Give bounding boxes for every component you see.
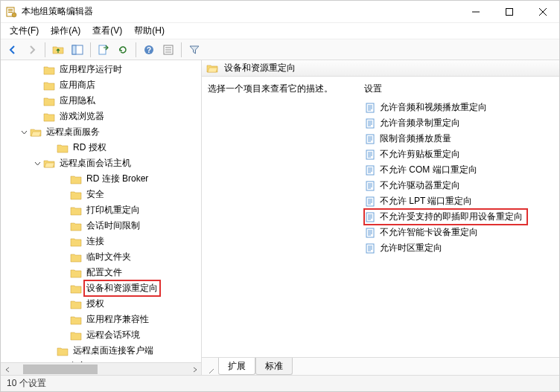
maximize-button[interactable] xyxy=(492,1,526,22)
up-button[interactable] xyxy=(49,41,67,59)
setting-label: 不允许 LPT 端口重定向 xyxy=(380,195,472,208)
menu-view[interactable]: 查看(V) xyxy=(86,23,128,39)
showhide-tree-button[interactable] xyxy=(69,41,86,59)
folder-icon xyxy=(57,346,69,356)
folder-icon xyxy=(70,205,82,216)
expander-placeholder xyxy=(59,268,69,278)
tree-node[interactable]: 设备和资源重定向 xyxy=(1,280,201,296)
setting-item[interactable]: 允许音频录制重定向 xyxy=(364,115,559,131)
tab-extended[interactable]: 扩展 xyxy=(218,358,255,375)
svg-rect-18 xyxy=(366,103,374,112)
menu-help[interactable]: 帮助(H) xyxy=(128,23,171,39)
policy-icon xyxy=(364,211,376,223)
setting-item[interactable]: 允许时区重定向 xyxy=(364,240,559,256)
export-button[interactable] xyxy=(95,41,112,59)
setting-label: 允许音频和视频播放重定向 xyxy=(380,101,487,114)
setting-item[interactable]: 不允许受支持的即插即用设备重定向 xyxy=(364,209,527,225)
setting-item[interactable]: 不允许 LPT 端口重定向 xyxy=(364,193,559,209)
column-header-setting[interactable]: 设置 xyxy=(364,83,559,95)
svg-rect-28 xyxy=(366,135,374,144)
setting-item[interactable]: 允许音频和视频播放重定向 xyxy=(364,100,559,115)
chevron-down-icon[interactable] xyxy=(19,127,29,138)
setting-label: 限制音频播放质量 xyxy=(380,132,451,145)
tree-label: 远程桌面连接客户端 xyxy=(71,344,155,358)
scroll-left-icon[interactable] xyxy=(1,363,13,376)
tree-node[interactable]: 连接 xyxy=(1,234,201,249)
setting-label: 不允许受支持的即插即用设备重定向 xyxy=(380,211,523,223)
svg-rect-6 xyxy=(506,8,512,15)
setting-item[interactable]: 不允许驱动器重定向 xyxy=(364,178,559,193)
settings-list[interactable]: 允许音频和视频播放重定向允许音频录制重定向限制音频播放质量不允许剪贴板重定向不允… xyxy=(202,100,559,357)
scroll-thumb[interactable] xyxy=(23,364,98,374)
folder-icon xyxy=(57,143,69,153)
tree-node[interactable]: 应用程序运行时 xyxy=(1,62,201,77)
help-button[interactable]: ? xyxy=(140,41,158,59)
tree-node[interactable]: 配置文件 xyxy=(1,265,201,280)
expander-placeholder xyxy=(59,237,69,247)
svg-rect-58 xyxy=(366,228,374,237)
svg-rect-10 xyxy=(72,45,76,54)
tab-standard[interactable]: 标准 xyxy=(255,358,293,375)
tree-node[interactable]: 应用商店 xyxy=(1,77,201,93)
content-area: 应用程序运行时应用商店应用隐私游戏浏览器远程桌面服务RD 授权远程桌面会话主机R… xyxy=(1,60,559,375)
toolbar-sep xyxy=(90,42,91,57)
expander-placeholder xyxy=(59,252,69,263)
folder-icon xyxy=(70,237,82,247)
tree-node[interactable]: 会话时间限制 xyxy=(1,218,201,234)
toolbar-sep xyxy=(45,42,45,57)
scroll-right-icon[interactable] xyxy=(188,363,201,376)
tree-node[interactable]: 远程桌面会话主机 xyxy=(1,155,201,171)
app-icon xyxy=(5,6,17,18)
tree-label: 配置文件 xyxy=(85,266,124,280)
folder-icon xyxy=(70,190,82,200)
tree-label: 应用商店 xyxy=(58,78,97,92)
properties-button[interactable] xyxy=(159,41,177,59)
expander-placeholder xyxy=(32,80,42,91)
tree-node[interactable]: 远程桌面服务 xyxy=(1,124,201,140)
chevron-down-icon[interactable] xyxy=(32,158,42,169)
setting-item[interactable]: 不允许剪贴板重定向 xyxy=(364,147,559,162)
tree-node[interactable]: RD 授权 xyxy=(1,140,201,155)
expander-placeholder xyxy=(32,112,42,122)
setting-item[interactable]: 限制音频播放质量 xyxy=(364,131,559,147)
tree-label: RD 授权 xyxy=(71,141,108,155)
svg-rect-11 xyxy=(99,45,106,54)
details-header: 设备和资源重定向 xyxy=(202,60,559,77)
svg-text:?: ? xyxy=(147,46,151,54)
tree-node[interactable]: RD 连接 Broker xyxy=(1,171,201,187)
tree-node[interactable]: 远程桌面连接客户端 xyxy=(1,343,201,359)
tree-scroll[interactable]: 应用程序运行时应用商店应用隐私游戏浏览器远程桌面服务RD 授权远程桌面会话主机R… xyxy=(1,60,201,362)
back-button[interactable] xyxy=(4,41,22,59)
tree-node[interactable]: 应用程序兼容性 xyxy=(1,312,201,327)
tab-prev-icon[interactable] xyxy=(205,367,218,375)
expander-placeholder xyxy=(59,315,69,325)
menubar: 文件(F) 操作(A) 查看(V) 帮助(H) xyxy=(1,23,559,39)
expander-placeholder xyxy=(59,221,69,231)
setting-item[interactable]: 不允许 COM 端口重定向 xyxy=(364,162,559,178)
filter-button[interactable] xyxy=(185,41,203,59)
refresh-button[interactable] xyxy=(114,41,132,59)
expander-placeholder xyxy=(59,299,69,309)
tree-label: 打印机重定向 xyxy=(85,203,141,217)
menu-file[interactable]: 文件(F) xyxy=(4,23,45,39)
setting-label: 不允许 COM 端口重定向 xyxy=(380,164,477,176)
tree-node[interactable]: 授权 xyxy=(1,296,201,312)
folder-icon xyxy=(30,127,42,138)
tree-node[interactable]: 安全 xyxy=(1,187,201,202)
tree-hscrollbar[interactable] xyxy=(1,362,201,375)
forward-button[interactable] xyxy=(23,41,41,59)
setting-item[interactable]: 不允许智能卡设备重定向 xyxy=(364,225,559,240)
policy-icon xyxy=(364,227,376,239)
tree-node[interactable]: 临时文件夹 xyxy=(1,249,201,265)
minimize-button[interactable] xyxy=(459,1,492,22)
close-button[interactable] xyxy=(526,1,559,22)
folder-icon xyxy=(70,315,82,325)
tree-node[interactable]: 远程会话环境 xyxy=(1,327,201,343)
svg-rect-3 xyxy=(8,12,13,13)
tree-node[interactable]: 游戏浏览器 xyxy=(1,109,201,124)
expander-placeholder xyxy=(45,346,56,356)
folder-icon xyxy=(70,330,82,341)
tree-node[interactable]: 打印机重定向 xyxy=(1,202,201,218)
menu-action[interactable]: 操作(A) xyxy=(45,23,86,39)
tree-node[interactable]: 应用隐私 xyxy=(1,93,201,109)
